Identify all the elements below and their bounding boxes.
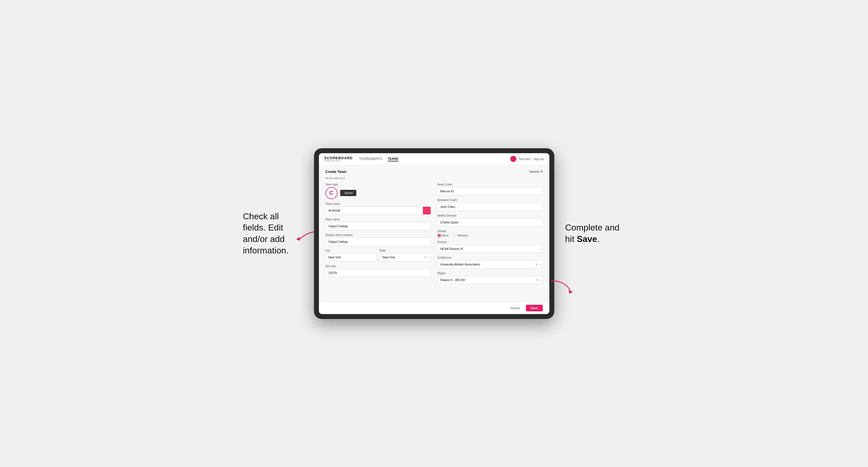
section-label: TEAM DETAILS — [326, 177, 543, 180]
gender-mens[interactable]: Mens — [437, 234, 448, 237]
page-wrapper: Check all fields. Edit and/or add inform… — [243, 148, 625, 319]
form-right: Head Coach Assistant Coach Athletic Dire… — [437, 183, 543, 287]
save-button[interactable]: Save — [526, 305, 543, 311]
logo-upload-row: C Upload — [326, 187, 431, 199]
division-select[interactable]: NCAA Division III — [437, 245, 543, 253]
region-select-icons: ✕ ⌄ — [535, 278, 541, 282]
state-select-wrapper: New York ✕ ⌄ — [379, 253, 431, 261]
division-group: Division NCAA Division III ⌄ — [437, 241, 543, 253]
form-body: Team logo C Upload Team colour — [326, 183, 543, 287]
annotation-right-text: Complete and hit Save. — [565, 222, 625, 245]
gender-mens-label: Mens — [442, 234, 448, 237]
nav-tournaments[interactable]: TOURNAMENTS — [359, 156, 382, 161]
arrow-right-icon — [546, 278, 573, 294]
conference-select[interactable]: University Athletic Association — [437, 260, 543, 269]
navbar: SCOREBOARD Powered by clippd TOURNAMENTS… — [319, 153, 549, 165]
conference-group: Conference University Athletic Associati… — [437, 256, 543, 269]
color-swatch[interactable] — [423, 207, 431, 215]
logo-area: SCOREBOARD Powered by clippd — [324, 156, 353, 162]
cancel-button[interactable]: Cancel — [507, 305, 523, 311]
gender-womens[interactable]: Womens — [453, 234, 468, 237]
asst-coach-label: Assistant Coach — [437, 198, 543, 201]
zip-group: Zip code — [326, 264, 431, 277]
nav-links: TOURNAMENTS TEAMS — [359, 156, 504, 161]
radio-mens-dot — [437, 234, 441, 237]
gender-womens-label: Womens — [458, 234, 468, 237]
region-clear-icon[interactable]: ✕ — [535, 278, 538, 282]
city-group: City — [326, 249, 377, 261]
form-title-text: Create Team — [326, 169, 346, 174]
region-label: Region — [437, 272, 543, 275]
zip-input[interactable] — [326, 269, 431, 277]
color-field-row — [326, 207, 431, 215]
division-select-icons: ⌄ — [539, 247, 541, 250]
region-select-container: Region II - (M) DIII ✕ ⌄ — [437, 276, 543, 284]
athletic-dir-input[interactable] — [437, 218, 543, 226]
avatar — [510, 156, 516, 162]
cancel-label: Cancel — [529, 170, 539, 173]
zip-label: Zip code — [326, 264, 431, 268]
signout-link[interactable]: Sign out — [534, 158, 544, 161]
team-logo-label: Team logo — [326, 183, 431, 186]
city-state-row: City State New York ✕ — [326, 249, 431, 261]
conference-select-icons: ✕ ⌄ — [535, 262, 541, 266]
team-colour-group: Team colour — [326, 203, 431, 215]
state-select[interactable]: New York — [379, 253, 431, 261]
nav-user-text: Test User | — [519, 158, 532, 161]
gender-group: Gender Mens Womens — [437, 230, 543, 237]
region-chevron-icon: ⌄ — [539, 278, 541, 281]
team-name-label: Team name — [326, 218, 431, 221]
tablet-screen: SCOREBOARD Powered by clippd TOURNAMENTS… — [319, 153, 549, 314]
athletic-dir-group: Athletic Director — [437, 214, 543, 226]
annotation-left-text: Check all fields. Edit and/or add inform… — [243, 211, 303, 256]
gender-row: Mens Womens — [437, 234, 543, 237]
team-name-group: Team name — [326, 218, 431, 230]
form-title-row: Create Team Cancel ✕ — [326, 169, 543, 174]
conference-chevron-icon: ⌄ — [539, 263, 541, 266]
logo-sub: Powered by clippd — [324, 160, 353, 162]
cancel-x-button[interactable]: Cancel ✕ — [529, 170, 542, 174]
region-group: Region Region II - (M) DIII ✕ ⌄ — [437, 272, 543, 284]
annotation-right-period: . — [597, 234, 599, 244]
conference-label: Conference — [437, 256, 543, 259]
display-name-label: Display name (unique) — [326, 234, 431, 237]
team-logo-group: Team logo C Upload — [326, 183, 431, 199]
upload-button[interactable]: Upload — [340, 190, 356, 196]
display-name-group: Display name (unique) — [326, 234, 431, 246]
city-input[interactable] — [326, 253, 377, 261]
team-name-input[interactable] — [326, 222, 431, 230]
division-chevron-icon: ⌄ — [539, 247, 541, 250]
team-colour-input[interactable] — [326, 207, 423, 215]
division-select-container: NCAA Division III ⌄ — [437, 245, 543, 253]
tablet-frame: SCOREBOARD Powered by clippd TOURNAMENTS… — [314, 148, 554, 319]
form-container: Create Team Cancel ✕ TEAM DETAILS Team l… — [319, 165, 549, 302]
logo-circle: C — [326, 187, 338, 199]
state-label: State — [379, 249, 431, 252]
annotation-right: Complete and hit Save. — [565, 222, 625, 245]
conference-select-container: University Athletic Association ✕ ⌄ — [437, 260, 543, 269]
logo-text: SCOREBOARD — [324, 156, 353, 160]
nav-right: Test User | Sign out — [510, 156, 544, 162]
close-icon: ✕ — [540, 170, 543, 174]
city-label: City — [326, 249, 377, 252]
asst-coach-input[interactable] — [437, 203, 543, 211]
head-coach-input[interactable] — [437, 187, 543, 195]
conference-clear-icon[interactable]: ✕ — [535, 262, 538, 266]
display-name-input[interactable] — [326, 238, 431, 246]
athletic-dir-label: Athletic Director — [437, 214, 543, 217]
state-group: State New York ✕ ⌄ — [379, 249, 431, 261]
form-left: Team logo C Upload Team colour — [326, 183, 431, 287]
head-coach-group: Head Coach — [437, 183, 543, 195]
form-footer: Cancel Save — [319, 302, 549, 314]
head-coach-label: Head Coach — [437, 183, 543, 186]
svg-marker-0 — [296, 237, 300, 241]
annotation-left: Check all fields. Edit and/or add inform… — [243, 211, 303, 256]
svg-marker-1 — [568, 290, 573, 294]
team-colour-label: Team colour — [326, 203, 431, 206]
region-select[interactable]: Region II - (M) DIII — [437, 276, 543, 284]
division-label: Division — [437, 241, 543, 244]
annotation-right-bold: Save — [577, 234, 597, 244]
nav-teams[interactable]: TEAMS — [388, 156, 398, 161]
gender-label: Gender — [437, 230, 543, 233]
radio-womens-dot — [453, 234, 457, 237]
